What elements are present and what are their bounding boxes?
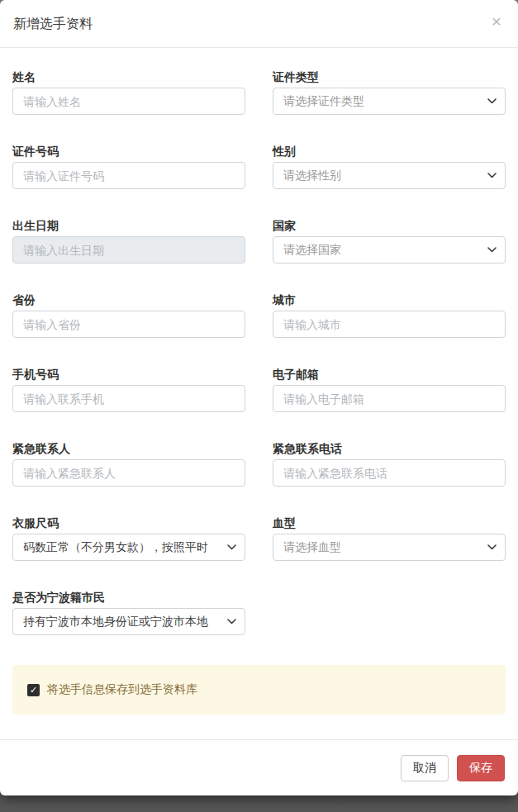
field-id-number: 证件号码 [12,145,245,189]
field-gender: 性别 请选择性别 [273,145,506,189]
save-to-library-checkbox[interactable]: ✓ [27,684,40,696]
city-label: 城市 [273,293,506,306]
field-phone: 手机号码 [12,368,245,412]
form-row: 省份 城市 [12,293,506,338]
emergency-phone-label: 紧急联系电话 [273,442,506,455]
gender-label: 性别 [273,145,506,158]
gender-select-value: 请选择性别 [283,169,482,183]
clothing-size-select[interactable]: 码数正常（不分男女款），按照平时 [12,534,245,561]
save-to-library-banner: ✓ 将选手信息保存到选手资料库 [12,665,506,715]
id-number-input[interactable] [12,162,245,189]
id-type-select[interactable]: 请选择证件类型 [273,88,506,115]
province-label: 省份 [12,293,245,306]
chevron-down-icon [487,544,497,550]
field-name: 姓名 [12,70,245,115]
blood-type-select[interactable]: 请选择血型 [273,534,506,561]
email-field[interactable] [273,385,506,412]
id-type-select-value: 请选择证件类型 [283,94,482,109]
form-row: 证件号码 性别 请选择性别 [12,145,506,189]
emergency-contact-input[interactable] [12,459,245,487]
chevron-down-icon [227,619,236,624]
modal-body: 姓名 证件类型 请选择证件类型 证件号码 性别 [0,48,518,715]
province-input[interactable] [12,311,245,338]
field-id-type: 证件类型 请选择证件类型 [273,70,506,115]
close-icon[interactable]: × [487,12,506,31]
country-label: 国家 [273,219,506,232]
id-number-label: 证件号码 [12,145,245,158]
modal-footer: 取消 保存 [0,739,518,795]
form-row: 出生日期 国家 请选择国家 [12,219,506,264]
field-emergency-phone: 紧急联系电话 [273,442,506,487]
field-birth-date: 出生日期 [12,219,245,264]
emergency-contact-label: 紧急联系人 [12,442,245,455]
field-emergency-contact: 紧急联系人 [12,442,245,487]
field-blood-type: 血型 请选择血型 [273,516,506,561]
form-row: 衣服尺码 码数正常（不分男女款），按照平时 血型 请选择血型 [12,516,506,561]
city-input[interactable] [273,311,506,338]
empty-cell [273,591,506,635]
chevron-down-icon [487,173,497,178]
form-row: 姓名 证件类型 请选择证件类型 [12,70,506,115]
ningbo-resident-select-value: 持有宁波市本地身份证或宁波市本地 [23,615,222,629]
ningbo-resident-label: 是否为宁波籍市民 [12,591,245,604]
ningbo-resident-select[interactable]: 持有宁波市本地身份证或宁波市本地 [12,608,245,635]
save-button[interactable]: 保存 [457,755,505,781]
clothing-size-select-value: 码数正常（不分男女款），按照平时 [23,540,222,555]
field-country: 国家 请选择国家 [273,219,506,264]
field-clothing-size: 衣服尺码 码数正常（不分男女款），按照平时 [12,516,245,561]
chevron-down-icon [487,247,497,253]
modal-header: 新增选手资料 × [0,0,518,48]
form-row: 紧急联系人 紧急联系电话 [12,442,506,487]
blood-type-select-value: 请选择血型 [283,540,482,555]
cancel-button[interactable]: 取消 [401,755,449,781]
name-label: 姓名 [12,70,245,83]
birth-date-input[interactable] [12,236,245,264]
name-input[interactable] [12,88,245,115]
phone-input[interactable] [12,385,245,412]
field-province: 省份 [12,293,245,338]
form-row: 手机号码 电子邮箱 [12,368,506,412]
field-email: 电子邮箱 [273,368,506,412]
field-city: 城市 [273,293,506,338]
field-ningbo-resident: 是否为宁波籍市民 持有宁波市本地身份证或宁波市本地 [12,591,245,635]
form-row: 是否为宁波籍市民 持有宁波市本地身份证或宁波市本地 [12,591,506,635]
country-select-value: 请选择国家 [283,243,482,258]
chevron-down-icon [487,98,497,104]
gender-select[interactable]: 请选择性别 [273,162,506,189]
blood-type-label: 血型 [273,516,506,529]
email-label: 电子邮箱 [273,368,506,381]
emergency-phone-input[interactable] [273,459,506,487]
clothing-size-label: 衣服尺码 [12,516,245,529]
phone-label: 手机号码 [12,368,245,381]
modal-title: 新增选手资料 [13,15,505,32]
birth-date-label: 出生日期 [12,219,245,232]
add-player-modal: 新增选手资料 × 姓名 证件类型 请选择证件类型 证件号码 [0,0,518,795]
id-type-label: 证件类型 [273,70,506,83]
chevron-down-icon [227,544,236,550]
save-to-library-label[interactable]: 将选手信息保存到选手资料库 [47,682,197,697]
country-select[interactable]: 请选择国家 [273,236,506,264]
